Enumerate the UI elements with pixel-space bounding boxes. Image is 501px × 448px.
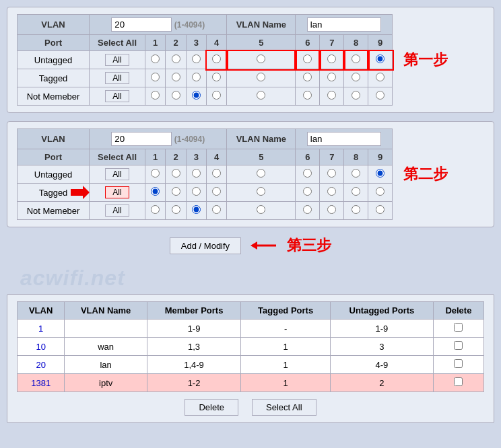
delete-checkbox[interactable] [454,377,463,386]
section2-untagged-r4[interactable] [212,169,221,178]
section1-untagged-r7[interactable] [327,54,336,63]
section2-notmember-r5[interactable] [257,205,265,214]
section1-notmember-r9[interactable] [376,91,385,100]
section2-notmember-all-btn[interactable]: All [105,204,129,217]
section1-tagged-r1[interactable] [151,73,160,81]
section1-notmember-r6[interactable] [303,91,312,100]
section1-tagged-r7[interactable] [327,73,336,81]
section2-notmember-r1[interactable] [151,205,160,214]
section2-tagged-r5[interactable] [257,187,265,196]
section2-untagged-r9[interactable] [376,169,385,178]
col-vlan: VLAN [18,302,65,320]
cell-delete [433,338,483,356]
section2-tagged-r8[interactable] [352,187,360,196]
cell-tagged-ports: 1 [241,356,331,374]
section1-untagged-r3[interactable] [192,54,201,63]
section2-tagged-r4[interactable] [212,187,221,196]
section1-tagged-r9[interactable] [376,73,385,81]
delete-button[interactable]: Delete [185,399,238,416]
table-row: 11-9-1-9 [18,320,484,338]
section2-untagged-r5[interactable] [257,169,265,178]
section1-vlan-range: (1-4094) [174,20,205,30]
section2-tagged-r6[interactable] [303,187,312,196]
section2-vlan-input[interactable] [111,132,172,146]
section2-notmember-r9[interactable] [376,205,385,214]
col-vlan-name: VLAN Name [65,302,147,320]
section1-untagged-label: Untagged [18,51,90,69]
section1-notmember-row: Not Memeber All [18,87,393,106]
section1-tagged-r8[interactable] [352,73,360,81]
section2-untagged-r6[interactable] [303,169,312,178]
section1-info-row: VLAN (1-4094) VLAN Name [18,15,393,35]
vlan-link[interactable]: 1381 [31,378,51,388]
section1-untagged-row: Untagged All [18,51,393,69]
section2-notmember-r2[interactable] [172,205,180,214]
section1-notmember-r3[interactable] [192,91,201,100]
section1-tagged-all-btn[interactable]: All [105,72,129,84]
section1-tagged-r3[interactable] [192,73,201,81]
section2-tagged-r9[interactable] [376,187,385,196]
section2-tagged-r1[interactable] [151,187,160,196]
section1-tagged-r2[interactable] [172,73,180,81]
section1-notmember-all-btn[interactable]: All [105,90,129,102]
section1-vlan-input[interactable] [111,17,172,32]
section2-tagged-all-btn[interactable]: All [105,186,129,198]
select-all-button[interactable]: Select All [252,399,316,416]
section2-notmember-r4[interactable] [212,205,221,214]
section2-untagged-r7[interactable] [327,169,336,178]
section1-untagged-r6[interactable] [303,54,312,63]
section1-notmember-r5[interactable] [257,91,265,100]
section1-notmember-r4[interactable] [212,91,221,100]
section1-vlan-table: VLAN (1-4094) VLAN Name Port Select All … [17,14,393,106]
section1-untagged-r9[interactable] [376,54,385,63]
section1-tagged-r5[interactable] [257,73,265,81]
delete-checkbox[interactable] [454,323,463,332]
section2-untagged-r3[interactable] [192,169,201,178]
section2-untagged-r2[interactable] [172,169,180,178]
section2-tagged-r2[interactable] [172,187,180,196]
add-modify-button[interactable]: Add / Modify [170,237,241,254]
section2-untagged-all-btn[interactable]: All [105,168,129,180]
cell-member-ports: 1,3 [147,338,240,356]
vlan-link[interactable]: 1 [38,324,43,334]
section1-port-1: 1 [145,35,166,51]
cell-untagged-ports: 2 [331,374,434,392]
section1-untagged-r8[interactable] [352,54,360,63]
section1-untagged-r4[interactable] [212,54,221,63]
cell-untagged-ports: 1-9 [331,320,434,338]
section2-notmember-r7[interactable] [327,205,336,214]
table-row: 10wan1,313 [18,338,484,356]
section1-notmember-r2[interactable] [172,91,180,100]
section2-untagged-r8[interactable] [352,169,360,178]
cell-member-ports: 1-9 [147,320,240,338]
section2-notmember-r3[interactable] [192,205,201,214]
section2-notmember-r6[interactable] [303,205,312,214]
section1-untagged-r1[interactable] [151,54,160,63]
section2-untagged-r1[interactable] [151,169,160,178]
section1-notmember-r7[interactable] [327,91,336,100]
section1-untagged-r2[interactable] [172,54,180,63]
section2-notmember-r8[interactable] [352,205,360,214]
section1-tagged-r6[interactable] [303,73,312,81]
section1-vlan-name-label: VLAN Name [227,15,296,35]
section1-tagged-r4[interactable] [212,73,221,81]
delete-checkbox[interactable] [454,341,463,350]
delete-checkbox[interactable] [454,359,463,368]
section2-vlan-name-input[interactable] [307,132,381,146]
section1-vlan-name-input[interactable] [307,17,381,32]
section1-port-4: 4 [207,35,227,51]
section1-select-all-label: Select All [90,35,145,51]
vlan-link[interactable]: 20 [36,360,45,370]
cell-untagged-ports: 4-9 [331,356,434,374]
section1-notmember-r1[interactable] [151,91,160,100]
section1-untagged-r5[interactable] [257,54,265,63]
vlan-link[interactable]: 10 [36,342,45,352]
section1-notmember-r8[interactable] [352,91,360,100]
section2-step-label: 第二步 [403,164,448,184]
section2-step-side: 第二步 [403,164,484,184]
section1-untagged-all-btn[interactable]: All [105,54,129,66]
section2-tagged-r3[interactable] [192,187,201,196]
section2-select-all-label: Select All [90,149,145,165]
section2-tagged-r7[interactable] [327,187,336,196]
cell-vlan-name: lan [65,356,147,374]
